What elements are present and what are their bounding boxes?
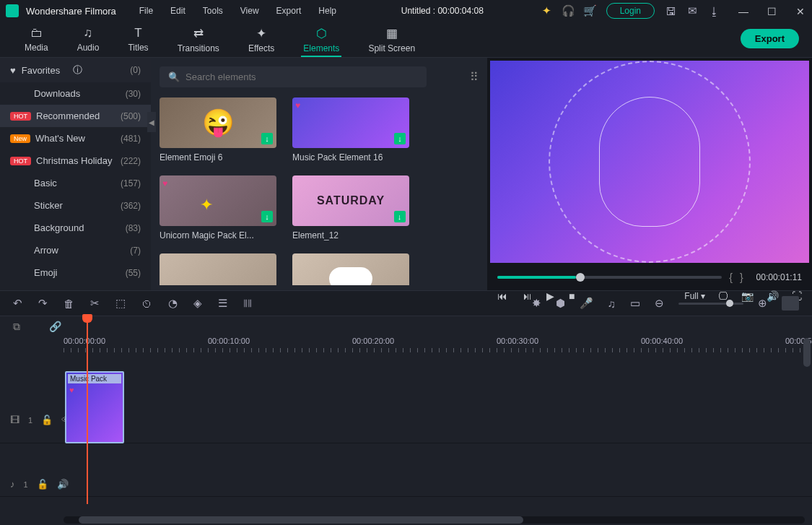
cart-icon[interactable]: 🛒 bbox=[585, 5, 596, 17]
sidebar-item-recommended[interactable]: HOTRecommended(500) bbox=[0, 105, 151, 127]
crop-button[interactable]: ⬚ bbox=[115, 297, 126, 310]
minimize-button[interactable]: — bbox=[738, 6, 748, 16]
timeline-clip[interactable]: Music Pack ♥ bbox=[65, 371, 124, 443]
sidebar-item-christmas-holiday[interactable]: HOTChristmas Holiday(222) bbox=[0, 149, 151, 172]
redo-button[interactable]: ↷ bbox=[38, 297, 48, 310]
sidebar-item-label: Recommended bbox=[36, 110, 121, 121]
audio-wave-button[interactable]: ⦀⦀ bbox=[243, 297, 252, 310]
video-track[interactable]: 🎞 1 🔓 👁 Music Pack ♥ bbox=[0, 397, 812, 443]
headphones-icon[interactable]: 🎧 bbox=[563, 5, 575, 17]
save-icon[interactable]: 🖫 bbox=[665, 5, 676, 17]
voiceover-button[interactable]: 🎤 bbox=[580, 297, 593, 310]
track-label: 1 bbox=[24, 480, 28, 489]
adjust-button[interactable]: ☰ bbox=[218, 297, 227, 310]
element-label: Music Pack Element 16 bbox=[292, 152, 409, 162]
sidebar-item-basic[interactable]: Basic(157) bbox=[0, 172, 151, 194]
mark-in-button[interactable]: { bbox=[729, 272, 733, 283]
sidebar-item-emoji[interactable]: Emoji(55) bbox=[0, 261, 151, 284]
keyframe-button[interactable]: ◈ bbox=[193, 297, 202, 310]
sidebar-favorites[interactable]: ♥ Favorites ⓘ (0) bbox=[0, 58, 151, 82]
download-icon[interactable]: ⭳ bbox=[708, 5, 720, 17]
tab-audio[interactable]: ♫Audio bbox=[63, 23, 114, 56]
speed-button[interactable]: ⏲ bbox=[141, 298, 152, 310]
track-manager-icon[interactable]: ⧉ bbox=[13, 321, 20, 333]
download-icon[interactable]: ↓ bbox=[261, 211, 273, 222]
download-icon[interactable]: ↓ bbox=[394, 211, 406, 222]
element-thumbnail: ♥✦↓ bbox=[160, 175, 276, 226]
timeline-ruler[interactable]: 00:00:00:00 00:00:10:00 00:00:20:00 00:0… bbox=[64, 337, 805, 354]
color-button[interactable]: ◔ bbox=[168, 297, 178, 310]
sidebar-item-count: (500) bbox=[121, 111, 141, 121]
menu-edit[interactable]: Edit bbox=[163, 3, 193, 19]
mail-icon[interactable]: ✉ bbox=[686, 5, 698, 17]
timeline-h-scrollbar[interactable] bbox=[64, 516, 805, 524]
sidebar-item-sticker[interactable]: Sticker(362) bbox=[0, 194, 151, 217]
lock-icon[interactable]: 🔓 bbox=[37, 479, 48, 490]
sidebar-item-count: (55) bbox=[126, 268, 141, 278]
tab-splitscreen[interactable]: ▦Split Screen bbox=[354, 23, 429, 56]
marker-button[interactable]: ⬢ bbox=[556, 297, 565, 310]
tab-effects[interactable]: ✦Effects bbox=[234, 23, 289, 56]
element-label: Unicorn Magic Pack El... bbox=[160, 230, 276, 240]
element-thumbnail: ↓ bbox=[160, 253, 276, 285]
maximize-button[interactable]: ☐ bbox=[767, 6, 777, 16]
zoom-fit-button[interactable] bbox=[782, 296, 799, 311]
download-icon[interactable]: ↓ bbox=[261, 133, 273, 144]
search-input[interactable] bbox=[185, 71, 418, 82]
sidebar-item-what-s-new[interactable]: NewWhat's New(481) bbox=[0, 127, 151, 149]
tab-elements[interactable]: ⬡Elements bbox=[289, 23, 354, 56]
login-button[interactable]: Login bbox=[606, 3, 655, 19]
menu-help[interactable]: Help bbox=[311, 3, 344, 19]
sidebar-item-count: (481) bbox=[121, 134, 141, 144]
sidebar-item-arrow[interactable]: Arrow(7) bbox=[0, 239, 151, 261]
tab-media[interactable]: 🗀Media bbox=[10, 23, 63, 56]
menu-export[interactable]: Export bbox=[269, 3, 309, 19]
prev-frame-button[interactable]: ⏮ bbox=[497, 290, 507, 302]
ratio-button[interactable]: ▭ bbox=[630, 297, 640, 310]
download-icon[interactable]: ↓ bbox=[394, 133, 406, 144]
render-button[interactable]: ✸ bbox=[532, 297, 541, 310]
element-thumbnail: ♥↓ bbox=[292, 97, 409, 148]
hot-badge: HOT bbox=[10, 112, 31, 121]
grid-view-icon[interactable]: ⠿ bbox=[470, 70, 479, 84]
collapse-sidebar-button[interactable]: ◀ bbox=[147, 112, 156, 132]
sidebar-item-background[interactable]: Background(83) bbox=[0, 217, 151, 239]
undo-button[interactable]: ↶ bbox=[13, 297, 22, 310]
element-card[interactable]: 😜↓Element Emoji 6 bbox=[160, 97, 276, 162]
menu-file[interactable]: File bbox=[132, 3, 160, 19]
zoom-slider[interactable] bbox=[678, 303, 743, 305]
menu-tools[interactable]: Tools bbox=[196, 3, 230, 19]
tab-transitions[interactable]: ⇄Transitions bbox=[163, 23, 234, 56]
element-card[interactable]: ♥↓Music Pack Element 16 bbox=[292, 97, 409, 162]
menu-view[interactable]: View bbox=[233, 3, 266, 19]
delete-button[interactable]: 🗑 bbox=[64, 298, 74, 310]
element-card[interactable]: ↓ bbox=[160, 253, 276, 285]
seek-bar[interactable] bbox=[497, 276, 722, 279]
element-card[interactable]: ↓ bbox=[292, 253, 409, 285]
element-card[interactable]: SATURDAY↓Element_12 bbox=[292, 175, 409, 240]
mixer-button[interactable]: ♫ bbox=[608, 298, 616, 310]
export-button[interactable]: Export bbox=[741, 29, 799, 48]
zoom-out-button[interactable]: ⊖ bbox=[655, 297, 664, 310]
mark-out-button[interactable]: } bbox=[740, 272, 743, 283]
lock-icon[interactable]: 🔓 bbox=[41, 415, 53, 425]
timeline-v-scrollbar[interactable] bbox=[803, 338, 811, 367]
sidebar-item-downloads[interactable]: Downloads(30) bbox=[0, 82, 151, 105]
preview-canvas[interactable] bbox=[490, 61, 809, 263]
play-pause-button[interactable]: ⏯ bbox=[522, 290, 532, 302]
star-icon: ✦ bbox=[200, 196, 213, 214]
cut-button[interactable]: ✂ bbox=[90, 297, 100, 310]
audio-track[interactable]: ♪ 1 🔓 🔊 bbox=[0, 472, 812, 497]
link-icon[interactable]: 🔗 bbox=[49, 321, 61, 332]
element-thumbnail: ↓ bbox=[292, 253, 409, 285]
transition-icon: ⇄ bbox=[193, 26, 204, 41]
heart-icon: ♥ bbox=[295, 100, 300, 110]
tab-titles[interactable]: TTitles bbox=[113, 23, 162, 56]
search-box[interactable]: 🔍 bbox=[160, 66, 427, 87]
element-card[interactable]: ♥✦↓Unicorn Magic Pack El... bbox=[160, 175, 276, 240]
lightbulb-icon[interactable]: ✦ bbox=[541, 5, 553, 17]
zoom-in-button[interactable]: ⊕ bbox=[758, 297, 767, 310]
close-button[interactable]: ✕ bbox=[796, 6, 806, 16]
playhead[interactable] bbox=[87, 316, 88, 504]
heart-icon: ♥ bbox=[162, 178, 167, 188]
